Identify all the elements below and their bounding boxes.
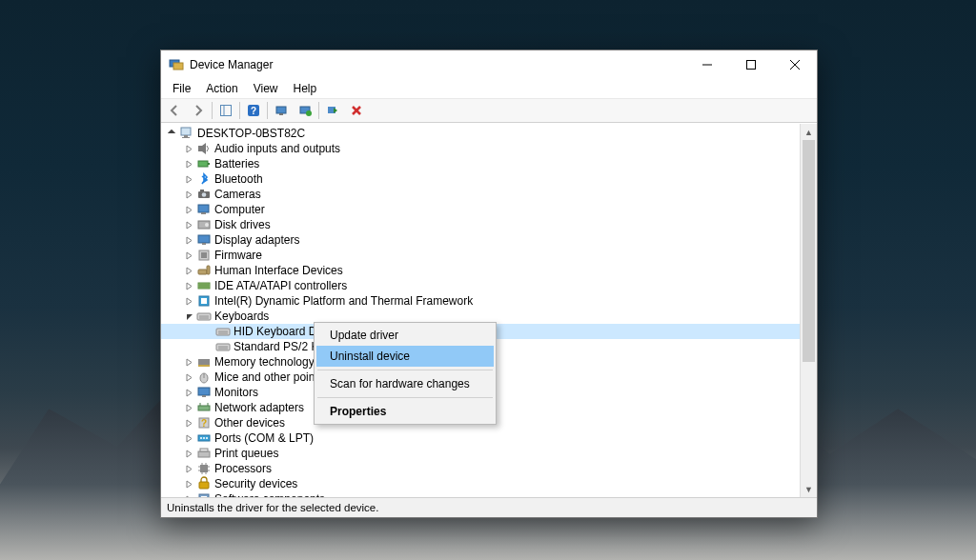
tree-item-label: Keyboards bbox=[214, 309, 269, 324]
svg-rect-25 bbox=[200, 190, 204, 191]
svg-rect-36 bbox=[198, 283, 210, 289]
cam-icon bbox=[196, 187, 212, 202]
expand-icon[interactable] bbox=[182, 175, 195, 184]
tree-item-disk-drives[interactable]: Disk drives bbox=[161, 217, 800, 232]
show-hide-tree-button[interactable] bbox=[214, 99, 237, 122]
tree-item-label: Disk drives bbox=[214, 217, 271, 232]
tree-item-processors[interactable]: Processors bbox=[161, 461, 800, 476]
tree-item-label: Cameras bbox=[214, 187, 261, 202]
svg-rect-17 bbox=[181, 128, 191, 135]
ctx-update-driver[interactable]: Update driver bbox=[316, 325, 494, 346]
tree-item-audio[interactable]: Audio inputs and outputs bbox=[161, 141, 800, 156]
forward-button[interactable] bbox=[187, 99, 210, 122]
tree-item-firmware[interactable]: Firmware bbox=[161, 248, 800, 263]
tree-item-security[interactable]: Security devices bbox=[161, 476, 800, 491]
expand-icon[interactable] bbox=[182, 236, 195, 245]
statusbar: Uninstalls the driver for the selected d… bbox=[161, 497, 817, 517]
expand-icon[interactable] bbox=[182, 282, 195, 290]
svg-rect-21 bbox=[198, 161, 208, 167]
collapse-icon[interactable] bbox=[165, 130, 178, 138]
tree-item-label: Other devices bbox=[214, 415, 285, 430]
tree-item-software-components[interactable]: Software components bbox=[161, 491, 800, 497]
menu-help[interactable]: Help bbox=[286, 81, 325, 96]
minimize-button[interactable] bbox=[685, 50, 729, 79]
tree-item-label: Audio inputs and outputs bbox=[214, 141, 340, 156]
tree-item-ide[interactable]: IDE ATA/ATAPI controllers bbox=[161, 278, 800, 293]
expand-icon[interactable] bbox=[182, 267, 195, 275]
menu-action[interactable]: Action bbox=[198, 81, 245, 96]
help-button[interactable]: ? bbox=[242, 99, 265, 122]
tree-item-print-queues[interactable]: Print queues bbox=[161, 446, 800, 461]
expand-icon[interactable] bbox=[182, 373, 195, 382]
proc-icon bbox=[196, 461, 212, 476]
expand-icon[interactable] bbox=[182, 297, 195, 306]
tree-item-hid[interactable]: Human Interface Devices bbox=[161, 263, 800, 278]
tree-item-display-adapters[interactable]: Display adapters bbox=[161, 232, 800, 248]
update-driver-button[interactable] bbox=[294, 99, 316, 122]
expand-icon[interactable] bbox=[182, 389, 195, 397]
tree-item-label: Monitors bbox=[214, 385, 258, 400]
ctx-properties[interactable]: Properties bbox=[316, 401, 494, 422]
expand-icon[interactable] bbox=[182, 221, 195, 230]
tree-item-batteries[interactable]: Batteries bbox=[161, 156, 800, 171]
tree-item-computer[interactable]: Computer bbox=[161, 202, 800, 217]
device-tree[interactable]: DESKTOP-0BST82C Audio inputs and outputs… bbox=[161, 124, 800, 497]
expand-icon[interactable] bbox=[182, 160, 195, 169]
expand-icon[interactable] bbox=[182, 404, 195, 412]
ctx-separator bbox=[317, 397, 493, 398]
back-button[interactable] bbox=[163, 99, 186, 122]
window-title: Device Manager bbox=[190, 58, 273, 71]
expand-icon[interactable] bbox=[182, 358, 195, 367]
menu-file[interactable]: File bbox=[165, 81, 198, 96]
ports-icon bbox=[196, 430, 212, 446]
titlebar[interactable]: Device Manager bbox=[161, 50, 817, 79]
expand-icon[interactable] bbox=[182, 206, 195, 214]
tree-item-label: Computer bbox=[214, 202, 265, 217]
tree-root[interactable]: DESKTOP-0BST82C bbox=[161, 126, 800, 141]
device-manager-window: Device Manager File Action View Help ? bbox=[160, 50, 818, 518]
expand-icon[interactable] bbox=[182, 480, 195, 489]
tree-item-label: Security devices bbox=[214, 476, 297, 491]
tree-item-ports[interactable]: Ports (COM & LPT) bbox=[161, 430, 800, 446]
tree-item-label: Processors bbox=[214, 461, 272, 476]
svg-rect-67 bbox=[200, 465, 208, 472]
tree-item-label: Software components bbox=[214, 491, 325, 497]
scroll-track[interactable] bbox=[801, 140, 817, 481]
expand-icon[interactable] bbox=[182, 251, 195, 260]
scroll-up-button[interactable]: ▲ bbox=[801, 124, 817, 140]
enable-device-button[interactable] bbox=[321, 99, 344, 122]
expand-icon[interactable] bbox=[182, 190, 195, 199]
svg-point-63 bbox=[203, 437, 205, 439]
expand-icon[interactable] bbox=[182, 465, 195, 473]
close-button[interactable] bbox=[773, 50, 817, 79]
expand-icon[interactable] bbox=[182, 495, 195, 498]
collapse-icon[interactable] bbox=[182, 312, 195, 321]
toolbar: ? bbox=[161, 99, 817, 123]
expand-icon[interactable] bbox=[182, 145, 195, 153]
tree-item-intel-dptf[interactable]: Intel(R) Dynamic Platform and Thermal Fr… bbox=[161, 293, 800, 309]
svg-rect-34 bbox=[198, 270, 207, 274]
tree-item-cameras[interactable]: Cameras bbox=[161, 187, 800, 202]
expand-icon[interactable] bbox=[182, 419, 195, 428]
scroll-thumb[interactable] bbox=[803, 140, 815, 362]
ctx-uninstall-device[interactable]: Uninstall device bbox=[316, 346, 494, 367]
expand-icon[interactable] bbox=[182, 450, 195, 458]
context-menu: Update driver Uninstall device Scan for … bbox=[314, 322, 497, 425]
svg-point-29 bbox=[205, 223, 209, 227]
other-icon: ? bbox=[196, 415, 212, 430]
svg-rect-18 bbox=[184, 135, 188, 137]
ctx-scan-hardware[interactable]: Scan for hardware changes bbox=[316, 373, 494, 394]
uninstall-device-button[interactable] bbox=[345, 99, 368, 122]
desktop: Device Manager File Action View Help ? bbox=[0, 0, 976, 560]
expand-icon[interactable] bbox=[182, 434, 195, 443]
mice-icon bbox=[196, 370, 212, 385]
svg-point-24 bbox=[202, 192, 207, 197]
vertical-scrollbar[interactable]: ▲ ▼ bbox=[800, 124, 817, 497]
tree-root-label: DESKTOP-0BST82C bbox=[197, 126, 305, 141]
memtech-icon bbox=[196, 354, 212, 370]
scan-hardware-button[interactable] bbox=[270, 99, 293, 122]
tree-item-bluetooth[interactable]: Bluetooth bbox=[161, 171, 800, 187]
scroll-down-button[interactable]: ▼ bbox=[801, 481, 817, 497]
maximize-button[interactable] bbox=[729, 50, 773, 79]
menu-view[interactable]: View bbox=[246, 81, 286, 96]
